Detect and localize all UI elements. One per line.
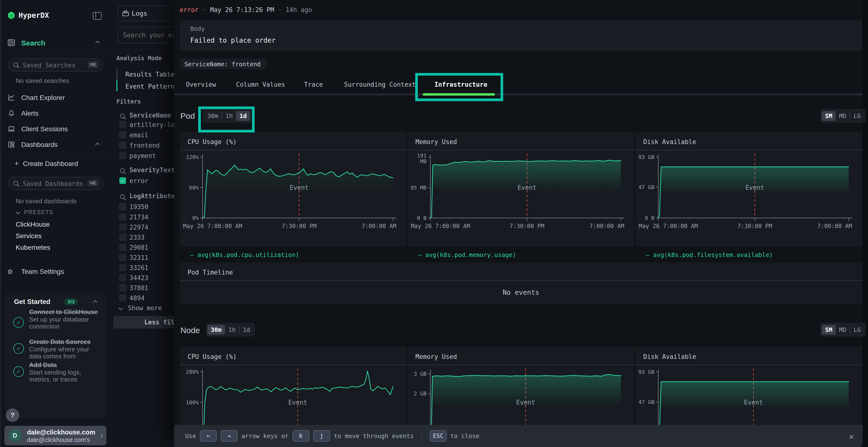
tab-column-values[interactable]: Column Values [236, 81, 285, 88]
show-more-button[interactable]: Show more [119, 304, 162, 312]
tab-surrounding-context[interactable]: Surrounding Context [344, 81, 416, 88]
checkbox[interactable] [119, 234, 126, 241]
checkbox[interactable] [119, 264, 126, 271]
filter-option[interactable]: email [129, 132, 148, 139]
sidebar-item-chart-explorer[interactable]: Chart Explorer [0, 94, 111, 103]
filter-option[interactable]: error [129, 177, 148, 184]
checkbox[interactable] [119, 254, 126, 261]
sidebar-item-services[interactable]: Services [16, 232, 41, 240]
tab-infrastructure[interactable]: Infrastructure [434, 81, 487, 88]
filter-option[interactable]: 29081 [129, 244, 148, 251]
chevron-up-icon[interactable] [93, 300, 97, 304]
size-option-lg[interactable]: LG [850, 325, 864, 335]
search-icon[interactable] [120, 168, 125, 173]
less-filters-button[interactable]: Less filters [113, 316, 174, 329]
sidebar-item-team-settings[interactable]: ⚙ Team Settings [0, 267, 111, 277]
pod-disk-chart[interactable]: 93 GB47 GB0 BMay 26 7:00:00 AM7:30:00 PM… [635, 150, 862, 246]
search-icon[interactable] [120, 114, 125, 118]
pod-cpu-chart[interactable]: 120%60%0%May 26 7:00:00 AM7:30:00 PM7:00… [180, 150, 406, 246]
checkbox[interactable] [119, 132, 126, 138]
filter-option[interactable]: 4894 [129, 295, 145, 302]
time-option-1d[interactable]: 1d [240, 325, 253, 335]
node-section-title: Node [180, 325, 200, 335]
search-filters-panel: Logs Analysis Mode Results Table Event P… [111, 0, 174, 447]
filter-option[interactable]: artillery-load [129, 121, 174, 128]
to-close-text: to close [451, 433, 479, 440]
checkbox[interactable] [119, 121, 126, 128]
svg-text:May 26 7:00:00 AM: May 26 7:00:00 AM [411, 223, 470, 230]
size-option-md[interactable]: MD [836, 111, 850, 121]
time-option-1d[interactable]: 1d [236, 111, 250, 121]
checkbox[interactable] [119, 295, 126, 301]
checkbox[interactable] [119, 284, 126, 291]
saved-dashboards-field[interactable] [22, 177, 84, 190]
checkbox[interactable] [119, 142, 126, 148]
search-icon[interactable] [120, 194, 125, 199]
checkbox-checked[interactable]: ✓ [119, 177, 126, 184]
saved-searches-field[interactable] [22, 59, 84, 72]
saved-searches-input[interactable]: ⌘K [8, 59, 103, 72]
tab-trace[interactable]: Trace [304, 81, 323, 88]
checkbox[interactable] [119, 203, 126, 210]
mode-event-patterns[interactable]: Event Patterns [125, 83, 174, 90]
pod-memory-chart[interactable]: 191MB95 MB0 BMay 26 7:00:00 AM7:30:00 PM… [407, 150, 634, 246]
checkbox[interactable] [119, 214, 126, 220]
svg-text:May 26 7:00:00 AM: May 26 7:00:00 AM [183, 223, 242, 230]
time-option-1h[interactable]: 1h [225, 325, 239, 335]
filter-option[interactable]: payment [129, 152, 156, 160]
presets-section-label[interactable]: PRESETS [24, 209, 53, 215]
chevron-up-icon[interactable] [95, 41, 100, 45]
checkbox[interactable] [119, 244, 126, 251]
size-option-lg[interactable]: LG [850, 111, 864, 121]
filter-option[interactable]: 2333 [129, 234, 145, 241]
source-select[interactable]: Logs [117, 6, 174, 21]
sidebar-item-alerts[interactable]: Alerts [0, 109, 111, 119]
event-search-input[interactable] [117, 27, 174, 43]
size-option-sm[interactable]: SM [822, 111, 836, 121]
tab-overview[interactable]: Overview [186, 81, 216, 88]
mode-results-table[interactable]: Results Table [125, 71, 174, 78]
checkbox[interactable] [119, 224, 126, 231]
sidebar-item-clickhouse[interactable]: ClickHouse [16, 220, 50, 228]
sidebar-item-dashboards[interactable]: Dashboards [0, 140, 111, 150]
event-search-field[interactable] [123, 27, 174, 44]
search-nav-icon [8, 39, 15, 46]
filter-option[interactable]: 37801 [129, 284, 148, 291]
show-more-label: Show more [128, 304, 162, 312]
time-option-30m[interactable]: 30m [204, 111, 222, 121]
sidebar-item-client-sessions[interactable]: Client Sessions [0, 125, 111, 134]
user-menu[interactable]: D dale@clickhouse.com dale@clickhouse.co… [4, 426, 106, 445]
saved-dashboards-input[interactable]: ⌘K [8, 177, 103, 190]
sidebar-scrollbar[interactable] [0, 0, 1, 447]
help-button[interactable]: ? [6, 409, 19, 422]
get-started-item[interactable]: ✓ Create Data Sources Configure where yo… [6, 338, 105, 358]
chevron-up-icon[interactable] [95, 143, 100, 147]
sidebar-item-search[interactable]: Search [0, 38, 111, 48]
filter-option[interactable]: 34423 [129, 274, 148, 281]
size-option-md[interactable]: MD [836, 325, 850, 335]
checkbox[interactable] [119, 152, 126, 159]
filter-option[interactable]: frontend [129, 142, 160, 149]
filter-option[interactable]: 32311 [129, 254, 148, 261]
chevron-down-icon[interactable] [16, 210, 20, 214]
filter-option[interactable]: 22974 [129, 224, 148, 231]
active-tab-underline [423, 93, 495, 96]
get-started-item[interactable]: ✓ Connect to ClickHouse Set up your data… [6, 309, 105, 336]
sidebar-item-kubernetes[interactable]: Kubernetes [16, 244, 50, 251]
size-option-sm[interactable]: SM [822, 325, 836, 335]
k-keycap: k [292, 430, 309, 442]
svg-text:191MB: 191MB [417, 153, 427, 165]
time-option-30m[interactable]: 30m [207, 325, 225, 335]
event-details-panel: error · May 26 7:13:26 PM · 14h ago Body… [174, 0, 863, 447]
service-name-chip[interactable]: ServiceName: frontend [180, 59, 266, 69]
filter-option[interactable]: 33261 [129, 264, 148, 271]
svg-text:7:30:00 PM: 7:30:00 PM [509, 223, 545, 230]
close-icon[interactable]: ✕ [849, 432, 854, 441]
checkbox[interactable] [119, 274, 126, 281]
filter-option[interactable]: 19350 [129, 203, 148, 210]
collapse-sidebar-icon[interactable] [93, 12, 101, 20]
time-option-1h[interactable]: 1h [222, 111, 236, 121]
create-dashboard-button[interactable]: + Create Dashboard [0, 160, 111, 169]
filter-option[interactable]: 21734 [129, 214, 148, 221]
get-started-item[interactable]: ✓ Add Data Start sending logs, metrics, … [6, 362, 105, 382]
